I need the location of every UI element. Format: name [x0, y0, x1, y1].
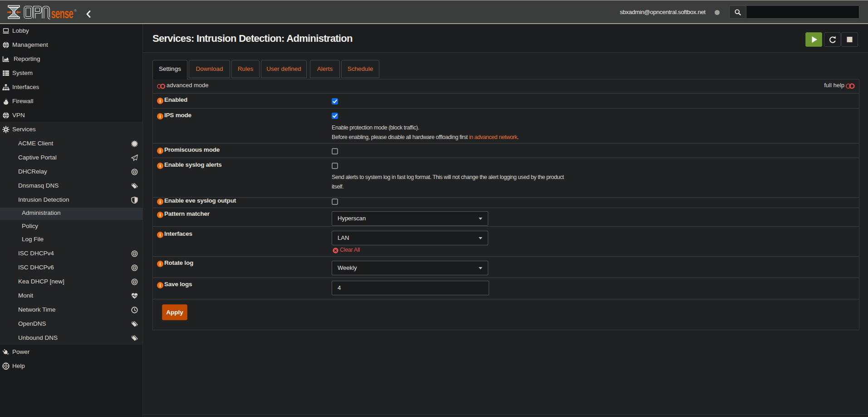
svg-text:sense: sense [51, 6, 74, 20]
svg-text:®: ® [74, 9, 77, 13]
